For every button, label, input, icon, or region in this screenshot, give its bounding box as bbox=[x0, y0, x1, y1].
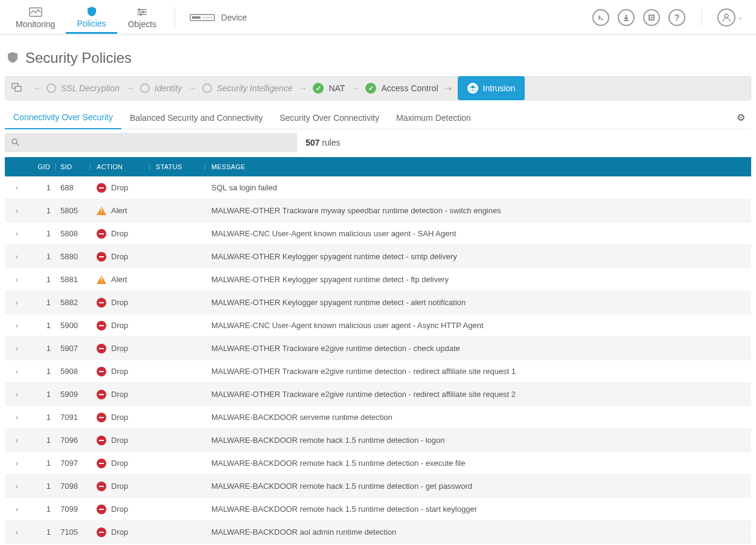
table-row[interactable]: ›17099DropMALWARE-BACKDOOR remote hack 1… bbox=[5, 498, 751, 521]
expand-toggle[interactable]: › bbox=[5, 184, 29, 192]
expand-toggle[interactable]: › bbox=[5, 321, 29, 330]
download-button[interactable] bbox=[618, 9, 635, 26]
table-row[interactable]: ›17097DropMALWARE-BACKDOOR remote hack 1… bbox=[5, 452, 751, 475]
nav-objects[interactable]: Objects bbox=[117, 2, 167, 33]
cell-sid: 7098 bbox=[56, 482, 91, 491]
action-label: Drop bbox=[111, 183, 128, 192]
expand-toggle[interactable]: › bbox=[5, 390, 29, 399]
cell-sid: 7097 bbox=[56, 459, 91, 468]
col-gid[interactable]: GID bbox=[29, 163, 56, 170]
drop-icon bbox=[97, 229, 106, 239]
table-row[interactable]: ›15900DropMALWARE-CNC User-Agent known m… bbox=[5, 314, 751, 337]
cell-gid: 1 bbox=[29, 367, 56, 376]
flow-access-control[interactable]: ✓Access Control bbox=[365, 83, 438, 94]
table-row[interactable]: ›17105DropMALWARE-BACKDOOR aol admin run… bbox=[5, 521, 751, 544]
nav-label: Monitoring bbox=[16, 19, 55, 29]
arrow-icon: → bbox=[126, 83, 134, 93]
svg-rect-19 bbox=[15, 86, 21, 91]
flow-identity[interactable]: Identity bbox=[140, 83, 182, 93]
table-row[interactable]: ›15881AlertMALWARE-OTHER Keylogger spyag… bbox=[5, 268, 751, 291]
action-label: Drop bbox=[111, 298, 128, 307]
tab-connectivity-over-security[interactable]: Connectivity Over Security bbox=[5, 106, 121, 129]
flow-ssl-decryption[interactable]: SSL Decryption bbox=[46, 83, 120, 93]
drop-icon bbox=[97, 527, 106, 537]
expand-toggle[interactable]: › bbox=[5, 207, 29, 215]
table-row[interactable]: ›15882DropMALWARE-OTHER Keylogger spyage… bbox=[5, 291, 751, 314]
drop-icon bbox=[97, 252, 106, 262]
expand-toggle[interactable]: › bbox=[5, 230, 29, 238]
alert-icon bbox=[97, 207, 106, 215]
col-message[interactable]: MESSAGE bbox=[205, 163, 751, 170]
table-row[interactable]: ›15909DropMALWARE-OTHER Trackware e2give… bbox=[5, 383, 751, 406]
expand-toggle[interactable]: › bbox=[5, 298, 29, 307]
tab-balanced-security[interactable]: Balanced Security and Connectivity bbox=[121, 107, 271, 129]
tab-security-over-connectivity[interactable]: Security Over Connectivity bbox=[271, 107, 388, 129]
svg-point-12 bbox=[211, 17, 212, 18]
svg-point-20 bbox=[471, 86, 474, 89]
objects-icon bbox=[135, 7, 149, 18]
cell-sid: 7096 bbox=[56, 436, 91, 445]
flow-start-icon bbox=[11, 83, 22, 94]
expand-toggle[interactable]: › bbox=[5, 505, 29, 514]
search-input[interactable] bbox=[24, 138, 291, 147]
help-button[interactable]: ? bbox=[668, 9, 685, 26]
cell-sid: 5881 bbox=[56, 275, 91, 284]
col-sid[interactable]: SID bbox=[56, 163, 91, 170]
user-menu[interactable]: ⌄ bbox=[717, 8, 743, 27]
nav-monitoring[interactable]: Monitoring bbox=[5, 2, 66, 33]
col-action[interactable]: ACTION bbox=[91, 163, 150, 170]
expand-toggle[interactable]: › bbox=[5, 528, 29, 537]
page-title: Security Policies bbox=[25, 50, 132, 66]
table-row[interactable]: ›15880DropMALWARE-OTHER Keylogger spyage… bbox=[5, 245, 751, 268]
cell-action: Drop bbox=[91, 390, 150, 399]
drop-icon bbox=[97, 436, 106, 445]
tab-maximum-detection[interactable]: Maximum Detection bbox=[388, 107, 479, 129]
table-row[interactable]: ›15908DropMALWARE-OTHER Trackware e2give… bbox=[5, 360, 751, 383]
cell-action: Drop bbox=[91, 183, 150, 193]
drop-icon bbox=[97, 298, 106, 308]
cell-message: MALWARE-OTHER Trackware e2give runtime d… bbox=[205, 367, 751, 376]
cell-message: MALWARE-BACKDOOR remote hack 1.5 runtime… bbox=[205, 482, 751, 491]
action-label: Drop bbox=[111, 229, 128, 238]
cell-sid: 5805 bbox=[56, 206, 91, 215]
expand-toggle[interactable]: › bbox=[5, 482, 29, 491]
table-row[interactable]: ›1688DropSQL sa login failed bbox=[5, 176, 751, 199]
svg-point-17 bbox=[725, 14, 728, 18]
nav-device[interactable]: Device bbox=[182, 11, 254, 24]
settings-button[interactable]: ⚙ bbox=[731, 112, 751, 123]
cell-message: MALWARE-OTHER Trackware myway speedbar r… bbox=[205, 206, 751, 215]
expand-toggle[interactable]: › bbox=[5, 459, 29, 468]
search-box[interactable] bbox=[5, 133, 297, 152]
cell-message: MALWARE-OTHER Keylogger spyagent runtime… bbox=[205, 275, 751, 284]
flow-intrusion[interactable]: Intrusion bbox=[458, 76, 525, 100]
expand-toggle[interactable]: › bbox=[5, 436, 29, 445]
table-row[interactable]: ›17091DropMALWARE-BACKDOOR serveme runti… bbox=[5, 406, 751, 429]
flow-nat[interactable]: ✓NAT bbox=[313, 83, 345, 94]
expand-toggle[interactable]: › bbox=[5, 276, 29, 284]
expand-toggle[interactable]: › bbox=[5, 344, 29, 353]
expand-toggle[interactable]: › bbox=[5, 413, 29, 422]
flow-security-intelligence[interactable]: Security Intelligence bbox=[202, 83, 292, 93]
cell-action: Drop bbox=[91, 459, 150, 468]
drop-icon bbox=[97, 321, 106, 331]
expand-toggle[interactable]: › bbox=[5, 253, 29, 261]
top-nav: Monitoring Policies Objects Device ? ⌄ bbox=[0, 0, 756, 35]
table-row[interactable]: ›15907DropMALWARE-OTHER Trackware e2give… bbox=[5, 337, 751, 360]
deploy-button[interactable] bbox=[643, 9, 660, 26]
cli-button[interactable] bbox=[592, 9, 609, 26]
table-row[interactable]: ›15808DropMALWARE-CNC User-Agent known m… bbox=[5, 222, 751, 245]
svg-rect-8 bbox=[192, 16, 200, 19]
nav-policies[interactable]: Policies bbox=[66, 1, 117, 34]
col-status[interactable]: STATUS bbox=[150, 163, 205, 170]
nav-separator bbox=[175, 7, 175, 28]
expand-toggle[interactable]: › bbox=[5, 367, 29, 376]
table-row[interactable]: ›15805AlertMALWARE-OTHER Trackware myway… bbox=[5, 199, 751, 222]
cell-action: Drop bbox=[91, 413, 150, 422]
cell-sid: 5900 bbox=[56, 321, 91, 330]
cell-sid: 5882 bbox=[56, 298, 91, 307]
cell-message: MALWARE-BACKDOOR aol admin runtime detec… bbox=[205, 527, 751, 537]
drop-icon bbox=[97, 390, 106, 399]
table-row[interactable]: ›17098DropMALWARE-BACKDOOR remote hack 1… bbox=[5, 475, 751, 498]
table-row[interactable]: ›17096DropMALWARE-BACKDOOR remote hack 1… bbox=[5, 429, 751, 452]
cell-action: Drop bbox=[91, 344, 150, 353]
